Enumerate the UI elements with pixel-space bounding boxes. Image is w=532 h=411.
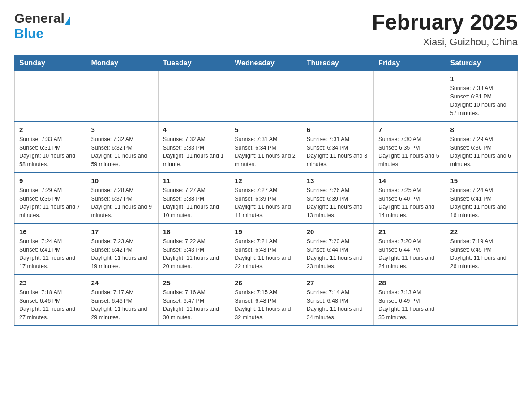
cell-sun-info: Sunrise: 7:14 AMSunset: 6:48 PMDaylight:…: [307, 288, 369, 322]
cell-day-number: 20: [307, 228, 369, 235]
calendar-cell: [86, 71, 158, 122]
cell-sun-info: Sunrise: 7:13 AMSunset: 6:49 PMDaylight:…: [378, 288, 441, 322]
calendar-cell: 3Sunrise: 7:32 AMSunset: 6:32 PMDaylight…: [86, 122, 158, 173]
calendar-cell: 14Sunrise: 7:25 AMSunset: 6:40 PMDayligh…: [374, 173, 446, 224]
cell-day-number: 26: [235, 279, 297, 287]
calendar-cell: 27Sunrise: 7:14 AMSunset: 6:48 PMDayligh…: [302, 275, 373, 326]
calendar-week-row: 9Sunrise: 7:29 AMSunset: 6:36 PMDaylight…: [15, 173, 518, 224]
cell-day-number: 4: [163, 126, 225, 133]
cell-day-number: 18: [163, 228, 225, 235]
cell-sun-info: Sunrise: 7:33 AMSunset: 6:31 PMDaylight:…: [450, 84, 513, 118]
cell-sun-info: Sunrise: 7:26 AMSunset: 6:39 PMDaylight:…: [307, 186, 369, 220]
calendar-cell: 28Sunrise: 7:13 AMSunset: 6:49 PMDayligh…: [374, 275, 446, 326]
cell-sun-info: Sunrise: 7:20 AMSunset: 6:44 PMDaylight:…: [307, 237, 369, 271]
cell-day-number: 14: [378, 177, 441, 184]
calendar-cell: 16Sunrise: 7:24 AMSunset: 6:41 PMDayligh…: [15, 224, 86, 275]
cell-day-number: 19: [235, 228, 297, 235]
calendar-cell: 7Sunrise: 7:30 AMSunset: 6:35 PMDaylight…: [374, 122, 446, 173]
calendar-cell: 6Sunrise: 7:31 AMSunset: 6:34 PMDaylight…: [302, 122, 373, 173]
cell-sun-info: Sunrise: 7:22 AMSunset: 6:43 PMDaylight:…: [163, 237, 225, 271]
cell-sun-info: Sunrise: 7:23 AMSunset: 6:42 PMDaylight:…: [91, 237, 153, 271]
cell-sun-info: Sunrise: 7:17 AMSunset: 6:46 PMDaylight:…: [91, 288, 153, 322]
calendar-cell: 11Sunrise: 7:27 AMSunset: 6:38 PMDayligh…: [158, 173, 230, 224]
calendar-cell: 25Sunrise: 7:16 AMSunset: 6:47 PMDayligh…: [158, 275, 230, 326]
cell-sun-info: Sunrise: 7:20 AMSunset: 6:44 PMDaylight:…: [378, 237, 441, 271]
cell-day-number: 5: [235, 126, 297, 133]
column-header-saturday: Saturday: [446, 55, 517, 71]
cell-day-number: 28: [378, 279, 441, 287]
cell-day-number: 27: [307, 279, 369, 287]
calendar-cell: 13Sunrise: 7:26 AMSunset: 6:39 PMDayligh…: [302, 173, 373, 224]
cell-sun-info: Sunrise: 7:16 AMSunset: 6:47 PMDaylight:…: [163, 288, 225, 322]
cell-sun-info: Sunrise: 7:15 AMSunset: 6:48 PMDaylight:…: [235, 288, 297, 322]
column-header-monday: Monday: [86, 55, 158, 71]
cell-sun-info: Sunrise: 7:25 AMSunset: 6:40 PMDaylight:…: [378, 186, 441, 220]
column-header-friday: Friday: [374, 55, 446, 71]
logo-general-text: General: [14, 11, 64, 26]
title-block: February 2025 Xiasi, Guizhou, China: [372, 11, 518, 48]
cell-day-number: 13: [307, 177, 369, 184]
cell-sun-info: Sunrise: 7:29 AMSunset: 6:36 PMDaylight:…: [450, 135, 513, 169]
calendar-cell: 22Sunrise: 7:19 AMSunset: 6:45 PMDayligh…: [446, 224, 517, 275]
logo: General Blue: [14, 11, 70, 41]
cell-sun-info: Sunrise: 7:32 AMSunset: 6:32 PMDaylight:…: [91, 135, 153, 169]
month-year-title: February 2025: [372, 11, 518, 34]
cell-day-number: 11: [163, 177, 225, 184]
calendar-cell: 26Sunrise: 7:15 AMSunset: 6:48 PMDayligh…: [230, 275, 302, 326]
cell-sun-info: Sunrise: 7:27 AMSunset: 6:39 PMDaylight:…: [235, 186, 297, 220]
location-subtitle: Xiasi, Guizhou, China: [372, 36, 518, 48]
calendar-cell: 17Sunrise: 7:23 AMSunset: 6:42 PMDayligh…: [86, 224, 158, 275]
cell-sun-info: Sunrise: 7:31 AMSunset: 6:34 PMDaylight:…: [307, 135, 369, 169]
column-header-sunday: Sunday: [15, 55, 86, 71]
calendar-cell: 18Sunrise: 7:22 AMSunset: 6:43 PMDayligh…: [158, 224, 230, 275]
calendar-cell: 10Sunrise: 7:28 AMSunset: 6:37 PMDayligh…: [86, 173, 158, 224]
cell-sun-info: Sunrise: 7:32 AMSunset: 6:33 PMDaylight:…: [163, 135, 225, 169]
calendar-cell: [158, 71, 230, 122]
calendar-cell: [230, 71, 302, 122]
cell-sun-info: Sunrise: 7:30 AMSunset: 6:35 PMDaylight:…: [378, 135, 441, 169]
calendar-cell: 1Sunrise: 7:33 AMSunset: 6:31 PMDaylight…: [446, 71, 517, 122]
cell-sun-info: Sunrise: 7:24 AMSunset: 6:41 PMDaylight:…: [450, 186, 513, 220]
calendar-cell: 2Sunrise: 7:33 AMSunset: 6:31 PMDaylight…: [15, 122, 86, 173]
cell-day-number: 12: [235, 177, 297, 184]
calendar-cell: 24Sunrise: 7:17 AMSunset: 6:46 PMDayligh…: [86, 275, 158, 326]
calendar-cell: [15, 71, 86, 122]
column-header-wednesday: Wednesday: [230, 55, 302, 71]
calendar-cell: [374, 71, 446, 122]
logo-blue-text: Blue: [14, 26, 43, 41]
cell-sun-info: Sunrise: 7:29 AMSunset: 6:36 PMDaylight:…: [19, 186, 82, 220]
column-header-tuesday: Tuesday: [158, 55, 230, 71]
calendar-cell: 4Sunrise: 7:32 AMSunset: 6:33 PMDaylight…: [158, 122, 230, 173]
cell-sun-info: Sunrise: 7:24 AMSunset: 6:41 PMDaylight:…: [19, 237, 82, 271]
cell-day-number: 9: [19, 177, 82, 184]
cell-day-number: 15: [450, 177, 513, 184]
cell-day-number: 6: [307, 126, 369, 133]
cell-day-number: 10: [91, 177, 153, 184]
cell-sun-info: Sunrise: 7:31 AMSunset: 6:34 PMDaylight:…: [235, 135, 297, 169]
calendar-cell: 9Sunrise: 7:29 AMSunset: 6:36 PMDaylight…: [15, 173, 86, 224]
cell-day-number: 22: [450, 228, 513, 235]
calendar-cell: 19Sunrise: 7:21 AMSunset: 6:43 PMDayligh…: [230, 224, 302, 275]
cell-day-number: 1: [450, 75, 513, 82]
page-header: General Blue February 2025 Xiasi, Guizho…: [14, 11, 518, 48]
cell-day-number: 7: [378, 126, 441, 133]
cell-day-number: 2: [19, 126, 82, 133]
calendar-cell: 8Sunrise: 7:29 AMSunset: 6:36 PMDaylight…: [446, 122, 517, 173]
cell-day-number: 3: [91, 126, 153, 133]
cell-day-number: 16: [19, 228, 82, 235]
cell-sun-info: Sunrise: 7:21 AMSunset: 6:43 PMDaylight:…: [235, 237, 297, 271]
calendar-cell: 21Sunrise: 7:20 AMSunset: 6:44 PMDayligh…: [374, 224, 446, 275]
cell-day-number: 25: [163, 279, 225, 287]
calendar-cell: 20Sunrise: 7:20 AMSunset: 6:44 PMDayligh…: [302, 224, 373, 275]
calendar-cell: 15Sunrise: 7:24 AMSunset: 6:41 PMDayligh…: [446, 173, 517, 224]
cell-day-number: 8: [450, 126, 513, 133]
cell-day-number: 24: [91, 279, 153, 287]
cell-sun-info: Sunrise: 7:33 AMSunset: 6:31 PMDaylight:…: [19, 135, 82, 169]
cell-sun-info: Sunrise: 7:18 AMSunset: 6:46 PMDaylight:…: [19, 288, 82, 322]
calendar-header-row: SundayMondayTuesdayWednesdayThursdayFrid…: [15, 55, 518, 71]
calendar-week-row: 23Sunrise: 7:18 AMSunset: 6:46 PMDayligh…: [15, 275, 518, 326]
calendar-week-row: 1Sunrise: 7:33 AMSunset: 6:31 PMDaylight…: [15, 71, 518, 122]
cell-sun-info: Sunrise: 7:28 AMSunset: 6:37 PMDaylight:…: [91, 186, 153, 220]
cell-day-number: 21: [378, 228, 441, 235]
cell-day-number: 23: [19, 279, 82, 287]
